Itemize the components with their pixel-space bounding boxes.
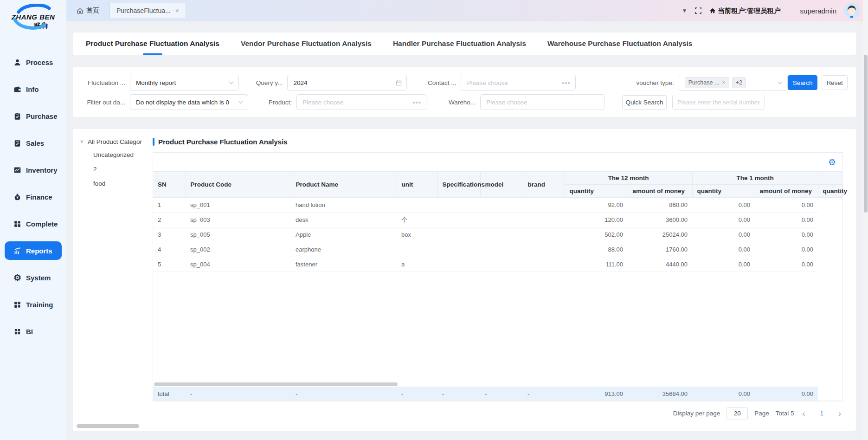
main-area: Product Purchase Fluctuation Analysis Ve… [66, 21, 868, 440]
col-model[interactable]: model [480, 172, 523, 198]
page-tabs: Product Purchase Fluctuation Analysis Ve… [73, 32, 856, 55]
home-link[interactable]: 首页 [66, 0, 109, 21]
col-1m-amount[interactable]: amount of money [755, 185, 818, 198]
tab-handler-purchase-analysis[interactable]: Handler Purchase Fluctuation Analysis [393, 32, 526, 55]
outer-hscrollbar-thumb[interactable] [77, 424, 139, 428]
voucher-tag: Purchase ...× [685, 77, 729, 88]
tab-vendor-purchase-analysis[interactable]: Vendor Purchase Fluctuation Analysis [241, 32, 372, 55]
total-cell: - [480, 387, 523, 401]
serial-number-input[interactable] [672, 95, 765, 110]
table-cell: 92.00 [565, 198, 628, 213]
avatar[interactable] [844, 3, 860, 19]
tenant-info: 当前租户:管理员租户 [709, 6, 780, 15]
tree-node-food[interactable]: food [79, 176, 153, 191]
col-group-12-month[interactable]: The 12 month [565, 172, 692, 185]
table-body: 1sp_001hand lotion92.00860.000.000.002sp… [153, 198, 842, 272]
close-icon[interactable]: × [175, 7, 179, 14]
product-select[interactable]: Please choose ••• [296, 94, 426, 110]
sidebar-item-system[interactable]: ⚙ System [5, 268, 62, 287]
tab-label: Vendor Purchase Fluctuation Analysis [241, 39, 372, 48]
tenant-label: 当前租户:管理员租户 [718, 6, 780, 15]
username[interactable]: superadmin [800, 7, 836, 15]
table-cell: 4 [153, 242, 186, 257]
voucher-tag-more: +2 [732, 77, 746, 88]
open-tab[interactable]: PurchaseFluctua... × [109, 3, 186, 18]
tree-node-2[interactable]: 2 [79, 162, 153, 176]
col-clipped-quantity[interactable]: quantity [818, 185, 842, 198]
table-cell [480, 227, 523, 242]
table-cell [437, 213, 480, 227]
table-cell: 个 [397, 213, 437, 227]
next-page-icon[interactable]: › [836, 409, 843, 418]
sidebar-item-purchase[interactable]: Purchase [5, 107, 62, 125]
sidebar-item-sales[interactable]: Sales [5, 134, 62, 152]
current-page[interactable]: 1 [813, 410, 830, 417]
total-cell: 0.00 [755, 387, 818, 401]
table-row[interactable]: 2sp_003desk个120.003600.000.000.00 [153, 213, 842, 227]
fluctuation-select[interactable]: Monthly report [130, 75, 239, 91]
tree-node-all-categories[interactable]: ▼ All Product Categor [79, 136, 153, 148]
col-12m-amount[interactable]: amount of money [628, 185, 692, 198]
col-product-name[interactable]: Product Name [291, 172, 397, 198]
tab-product-purchase-analysis[interactable]: Product Purchase Fluctuation Analysis [86, 32, 219, 55]
page-vscrollbar-thumb[interactable] [864, 55, 868, 213]
col-group-1-month[interactable]: The 1 month [692, 172, 818, 185]
table-cell [523, 227, 565, 242]
column-settings-gear-icon[interactable]: ⚙ [828, 157, 836, 168]
avatar-face-icon [844, 3, 860, 19]
col-group-clipped [818, 172, 842, 185]
hscrollbar-thumb[interactable] [154, 382, 398, 386]
table-cell: 0.00 [755, 257, 818, 272]
sidebar-item-inventory[interactable]: Inventory [5, 161, 62, 179]
table-cell: 2 [153, 213, 186, 227]
table-cell: 5 [153, 257, 186, 272]
col-sn[interactable]: SN [153, 172, 186, 198]
tree-node-uncategorized[interactable]: Uncategorized [79, 148, 153, 162]
sidebar-item-bi[interactable]: BI [5, 322, 62, 341]
table-cell: hand lotion [291, 198, 397, 213]
tree-caret-icon[interactable]: ▼ [79, 139, 84, 144]
col-brand[interactable]: brand [523, 172, 565, 198]
reset-button[interactable]: Reset [822, 75, 848, 90]
table-row[interactable]: 5sp_004fastenera111.004440.000.000.00 [153, 257, 842, 272]
search-button[interactable]: Search [788, 75, 817, 90]
prev-page-icon[interactable]: ‹ [800, 409, 807, 418]
sidebar-item-finance[interactable]: ¥ Finance [5, 188, 62, 206]
brand-logo: ZHANG BEN 账犇 [0, 0, 66, 41]
sidebar-item-process[interactable]: Process [5, 53, 62, 71]
sidebar-item-complete[interactable]: Complete [5, 214, 62, 233]
table-cell [480, 257, 523, 272]
col-unit[interactable]: unit [397, 172, 437, 198]
chevron-down-icon[interactable]: ▼ [682, 7, 687, 14]
quick-search-button[interactable]: Quick Search [622, 95, 667, 110]
filter-zero-select[interactable]: Do not display the data which is 0 [130, 94, 248, 110]
warehouse-select[interactable]: Please choose [480, 94, 604, 110]
query-year-field[interactable] [293, 79, 386, 86]
col-specifications[interactable]: Specifications [437, 172, 480, 198]
total-cell: - [523, 387, 565, 401]
col-1m-quantity[interactable]: quantity [692, 185, 755, 198]
fullscreen-icon[interactable] [694, 7, 702, 14]
sidebar-item-info[interactable]: Info [5, 80, 62, 98]
page-size-select[interactable]: 20 [727, 407, 748, 420]
table-row[interactable]: 1sp_001hand lotion92.00860.000.000.00 [153, 198, 842, 213]
col-12m-quantity[interactable]: quantity [565, 185, 628, 198]
total-cell: 913.00 [565, 387, 628, 401]
voucher-type-select[interactable]: Purchase ...× +2 [679, 75, 788, 91]
tab-warehouse-purchase-analysis[interactable]: Warehouse Purchase Fluctuation Analysis [547, 32, 692, 55]
table-row[interactable]: 4sp_002earphone88.001760.000.000.00 [153, 242, 842, 257]
money-bag-icon: ¥ [13, 193, 22, 201]
table-row[interactable]: 3sp_005Applebox502.0025024.000.000.00 [153, 227, 842, 242]
table-cell: box [397, 227, 437, 242]
report-table: ⚙ SN Product Code Product Name [153, 152, 843, 401]
table-cell: 111.00 [565, 257, 628, 272]
grid-icon [13, 300, 22, 309]
sidebar-item-reports[interactable]: Reports [5, 241, 62, 260]
col-product-code[interactable]: Product Code [186, 172, 291, 198]
contact-select[interactable]: Please choose ••• [461, 75, 575, 91]
query-year-input[interactable] [287, 75, 407, 91]
sidebar-item-training[interactable]: Training [5, 295, 62, 314]
contact-placeholder: Please choose [467, 79, 508, 86]
table-cell [437, 198, 480, 213]
tag-close-icon[interactable]: × [722, 79, 725, 86]
